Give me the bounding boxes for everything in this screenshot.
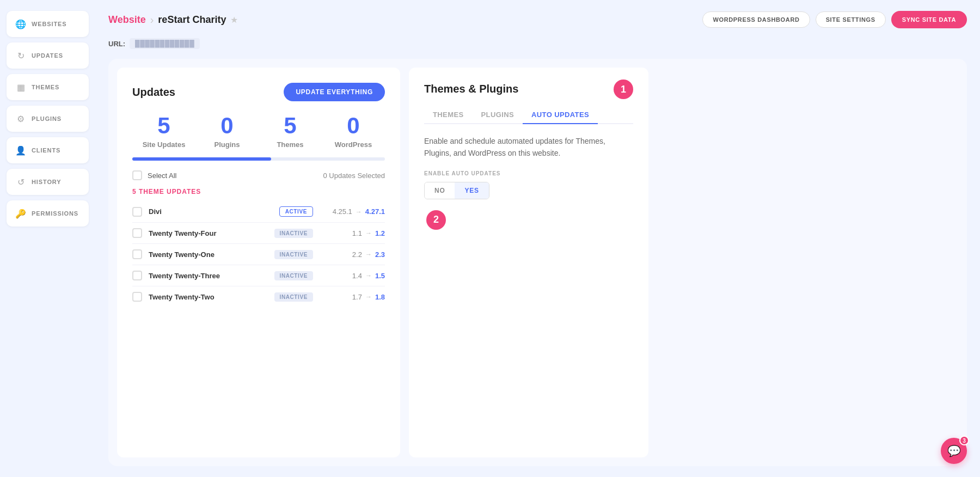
arrow-icon: → — [365, 293, 372, 301]
progress-bar-fill — [132, 157, 271, 161]
history-icon: ↺ — [15, 176, 26, 187]
select-all-left: Select All — [132, 170, 176, 180]
version-to-twentyfour[interactable]: 1.2 — [375, 229, 385, 237]
updates-selected-count: 0 Updates Selected — [323, 172, 385, 180]
theme-badge-twentyfour: INACTIVE — [274, 229, 313, 238]
theme-badge-twentythree: INACTIVE — [274, 271, 313, 280]
content-area: Updates UPDATE EVERYTHING 5 Site Updates… — [108, 59, 967, 466]
updates-icon: ↻ — [15, 50, 26, 61]
version-to-twentytwo[interactable]: 1.8 — [375, 293, 385, 301]
stat-wordpress: 0 WordPress — [322, 114, 385, 149]
progress-bar — [132, 157, 385, 161]
sidebar-item-label: CLIENTS — [32, 147, 60, 154]
theme-version-divi: 4.25.1 → 4.27.1 — [320, 207, 385, 216]
permissions-icon: 🔑 — [15, 208, 26, 219]
stat-label-wordpress: WordPress — [322, 140, 385, 149]
select-all-row: Select All 0 Updates Selected — [132, 170, 385, 180]
stat-number-site-updates: 5 — [132, 114, 195, 137]
version-from-twentyone: 2.2 — [352, 250, 362, 259]
breadcrumb-site-name: reStart Charity — [158, 14, 226, 26]
sidebar-item-plugins[interactable]: ⚙ PLUGINS — [7, 106, 89, 132]
updates-header: Updates UPDATE EVERYTHING — [132, 83, 385, 101]
version-to-twentyone[interactable]: 2.3 — [375, 250, 385, 259]
sidebar-item-clients[interactable]: 👤 CLIENTS — [7, 137, 89, 163]
auto-updates-toggle: NO YES — [424, 182, 489, 199]
tab-auto-updates[interactable]: AUTO UPDATES — [523, 106, 598, 124]
theme-name-twentythree: Twenty Twenty-Three — [149, 272, 268, 280]
wordpress-dashboard-button[interactable]: WORDPRESS DASHBOARD — [702, 11, 810, 28]
select-all-checkbox[interactable] — [132, 170, 142, 180]
sidebar-item-label: UPDATES — [32, 52, 63, 59]
toggle-no-button[interactable]: NO — [425, 182, 455, 199]
theme-name-twentyone: Twenty Twenty-One — [149, 250, 268, 259]
sidebar-item-label: THEMES — [32, 84, 59, 90]
version-from-twentythree: 1.4 — [352, 272, 362, 280]
sidebar-item-permissions[interactable]: 🔑 PERMISSIONS — [7, 200, 89, 227]
toggle-yes-button[interactable]: YES — [455, 182, 488, 199]
theme-name-twentyfour: Twenty Twenty-Four — [149, 229, 268, 237]
updates-title: Updates — [132, 86, 175, 99]
version-from-twentyfour: 1.1 — [352, 229, 362, 237]
arrow-icon: → — [365, 250, 372, 258]
notification-badge-2: 2 — [426, 210, 446, 230]
plugins-icon: ⚙ — [15, 113, 26, 124]
arrow-icon: → — [365, 272, 372, 279]
version-to-divi[interactable]: 4.27.1 — [365, 207, 385, 216]
theme-checkbox-twentyone[interactable] — [132, 249, 142, 259]
theme-badge-divi: ACTIVE — [279, 206, 313, 217]
update-everything-button[interactable]: UPDATE EVERYTHING — [284, 83, 385, 101]
theme-checkbox-divi[interactable] — [132, 207, 142, 217]
themes-icon: ▦ — [15, 82, 26, 93]
stat-label-site-updates: Site Updates — [132, 140, 195, 149]
updates-panel: Updates UPDATE EVERYTHING 5 Site Updates… — [117, 68, 400, 457]
chat-bubble[interactable]: 💬 3 — [941, 438, 967, 464]
panel-title: Themes & Plugins — [424, 83, 633, 95]
tab-plugins[interactable]: PLUGINS — [473, 106, 523, 124]
theme-version-twentyfour: 1.1 → 1.2 — [320, 229, 385, 237]
stat-themes: 5 Themes — [259, 114, 322, 149]
theme-badge-twentytwo: INACTIVE — [274, 292, 313, 302]
globe-icon: 🌐 — [15, 19, 26, 29]
table-row: Twenty Twenty-Three INACTIVE 1.4 → 1.5 — [132, 265, 385, 286]
theme-updates-section-title: 5 THEME UPDATES — [132, 188, 385, 195]
panel-description: Enable and schedule automated updates fo… — [424, 135, 633, 160]
chat-badge: 3 — [959, 436, 969, 445]
table-row: Twenty Twenty-One INACTIVE 2.2 → 2.3 — [132, 244, 385, 265]
header: Website › reStart Charity ★ WORDPRESS DA… — [108, 11, 967, 28]
sync-site-data-button[interactable]: SYNC SITE DATA — [891, 11, 967, 28]
sidebar-item-history[interactable]: ↺ HISTORY — [7, 169, 89, 195]
arrow-icon: → — [356, 208, 362, 216]
sidebar-item-updates[interactable]: ↻ UPDATES — [7, 42, 89, 69]
theme-checkbox-twentythree[interactable] — [132, 271, 142, 280]
stat-number-plugins: 0 — [195, 114, 259, 137]
sidebar-item-label: WEBSITES — [32, 21, 67, 27]
theme-name-divi: Divi — [149, 207, 273, 216]
sidebar-item-label: PERMISSIONS — [32, 210, 78, 217]
tab-themes[interactable]: THEMES — [424, 106, 473, 124]
sidebar-item-label: HISTORY — [32, 179, 61, 185]
stat-plugins: 0 Plugins — [195, 114, 259, 149]
sidebar-item-themes[interactable]: ▦ THEMES — [7, 74, 89, 100]
theme-checkbox-twentyfour[interactable] — [132, 228, 142, 238]
sidebar: 🌐 WEBSITES ↻ UPDATES ▦ THEMES ⚙ PLUGINS … — [0, 0, 95, 477]
breadcrumb-website-link[interactable]: Website — [108, 14, 146, 26]
stats-row: 5 Site Updates 0 Plugins 5 Themes 0 Word… — [132, 114, 385, 149]
theme-list: Divi ACTIVE 4.25.1 → 4.27.1 Twenty Twent… — [132, 201, 385, 307]
arrow-icon: → — [365, 229, 372, 237]
theme-checkbox-twentytwo[interactable] — [132, 292, 142, 302]
sidebar-item-websites[interactable]: 🌐 WEBSITES — [7, 11, 89, 37]
url-value: ████████████ — [130, 38, 200, 49]
theme-version-twentythree: 1.4 → 1.5 — [320, 272, 385, 280]
star-icon[interactable]: ★ — [230, 15, 238, 25]
header-buttons: WORDPRESS DASHBOARD SITE SETTINGS SYNC S… — [702, 11, 967, 28]
breadcrumb-separator: › — [150, 14, 154, 26]
url-row: URL: ████████████ — [108, 37, 967, 50]
stat-number-wordpress: 0 — [322, 114, 385, 137]
url-label: URL: — [108, 40, 125, 48]
auto-updates-label: ENABLE AUTO UPDATES — [424, 170, 633, 176]
site-settings-button[interactable]: SITE SETTINGS — [816, 11, 886, 28]
theme-version-twentyone: 2.2 → 2.3 — [320, 250, 385, 259]
version-to-twentythree[interactable]: 1.5 — [375, 272, 385, 280]
table-row: Twenty Twenty-Two INACTIVE 1.7 → 1.8 — [132, 286, 385, 307]
right-panel: Themes & Plugins 1 THEMES PLUGINS AUTO U… — [409, 68, 648, 457]
